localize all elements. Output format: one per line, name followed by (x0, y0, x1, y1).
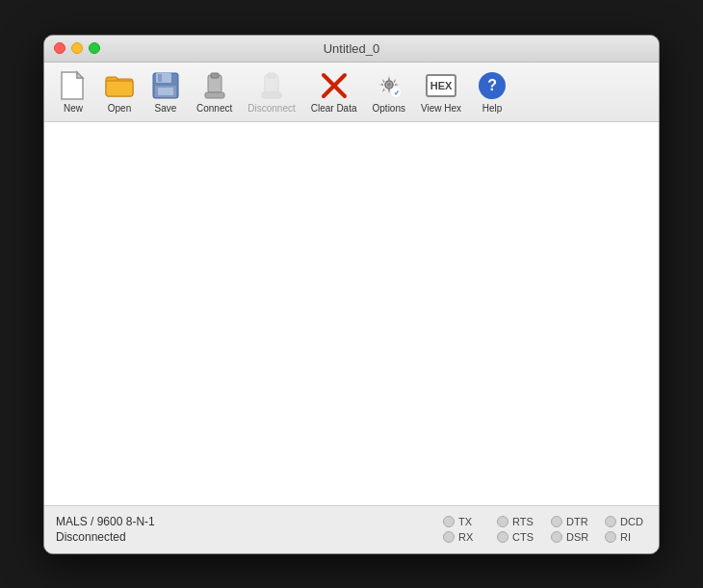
main-text-area[interactable] (44, 122, 659, 505)
ri-label: RI (620, 531, 647, 543)
clear-data-label: Clear Data (311, 103, 357, 114)
svg-rect-12 (205, 92, 224, 98)
rts-label: RTS (512, 516, 539, 527)
clear-data-button[interactable]: Clear Data (305, 66, 363, 117)
status-line2: Disconnected (56, 530, 443, 544)
rx-label: RX (458, 531, 485, 543)
open-button[interactable]: Open (98, 66, 141, 117)
svg-text:✓: ✓ (394, 89, 400, 96)
dcd-label: DCD (620, 516, 647, 527)
rx-row: RX (443, 531, 485, 543)
options-button[interactable]: ✓ Options (367, 66, 411, 117)
status-left: MALS / 9600 8-N-1 Disconnected (56, 515, 443, 544)
new-button[interactable]: New (52, 66, 94, 117)
new-label: New (64, 103, 83, 114)
view-hex-button[interactable]: HEX View Hex (415, 66, 467, 117)
help-circle: ? (479, 72, 506, 99)
view-hex-label: View Hex (421, 103, 461, 114)
dsr-label: DSR (566, 531, 593, 543)
dtr-row: DTR (551, 516, 593, 527)
dsr-row: DSR (551, 531, 593, 543)
ri-led (605, 531, 616, 543)
hex-label-box: HEX (426, 74, 456, 97)
new-doc-icon (58, 70, 89, 101)
dcd-ri-group: DCD RI (605, 516, 647, 543)
close-button[interactable] (54, 42, 65, 54)
svg-rect-7 (158, 74, 162, 82)
traffic-lights (54, 42, 100, 54)
connect-label: Connect (196, 103, 232, 114)
dcd-row: DCD (605, 516, 647, 527)
svg-marker-1 (77, 72, 83, 78)
tx-led (443, 516, 455, 527)
dtr-label: DTR (566, 516, 593, 527)
dsr-led (551, 531, 562, 543)
disconnect-label: Disconnect (247, 103, 295, 114)
help-question-icon: ? (477, 70, 508, 101)
dcd-led (605, 516, 616, 527)
help-button[interactable]: ? Help (471, 66, 513, 117)
tx-rx-group: TX RX (443, 516, 485, 543)
content-area (44, 122, 659, 505)
svg-rect-9 (158, 88, 173, 95)
ri-row: RI (605, 531, 647, 543)
main-window: Untitled_0 New Open (43, 35, 660, 554)
hex-box-icon: HEX (426, 70, 456, 101)
minimize-button[interactable] (71, 42, 83, 54)
dtr-led (551, 516, 562, 527)
connect-usb-icon (199, 70, 230, 101)
disconnect-usb-icon (256, 70, 287, 101)
tx-label: TX (458, 516, 485, 527)
title-bar: Untitled_0 (44, 36, 659, 63)
status-line1: MALS / 9600 8-N-1 (56, 515, 443, 528)
tx-row: TX (443, 516, 485, 527)
svg-rect-14 (268, 73, 275, 78)
options-gear-icon: ✓ (374, 70, 404, 101)
window-title: Untitled_0 (324, 41, 380, 56)
save-disk-icon (150, 70, 181, 101)
open-label: Open (108, 103, 131, 114)
clear-x-icon (319, 70, 350, 101)
rts-led (497, 516, 508, 527)
toolbar: New Open (44, 63, 659, 122)
cts-label: CTS (512, 531, 539, 543)
options-label: Options (373, 103, 405, 114)
open-folder-icon (104, 70, 135, 101)
dtr-dsr-group: DTR DSR (551, 516, 593, 543)
svg-rect-4 (106, 81, 133, 96)
rts-cts-group: RTS CTS (497, 516, 539, 543)
connect-button[interactable]: Connect (191, 66, 238, 117)
disconnect-button[interactable]: Disconnect (242, 66, 300, 117)
status-bar: MALS / 9600 8-N-1 Disconnected TX RX RTS (44, 505, 659, 553)
status-right: TX RX RTS CTS (443, 516, 647, 543)
help-label: Help (482, 103, 503, 114)
save-label: Save (155, 103, 177, 114)
cts-led (497, 531, 508, 543)
save-button[interactable]: Save (144, 66, 187, 117)
maximize-button[interactable] (89, 42, 100, 54)
svg-point-20 (387, 83, 391, 87)
svg-rect-15 (262, 92, 281, 98)
rts-row: RTS (497, 516, 539, 527)
svg-rect-11 (211, 73, 219, 78)
rx-led (443, 531, 455, 543)
cts-row: CTS (497, 531, 539, 543)
